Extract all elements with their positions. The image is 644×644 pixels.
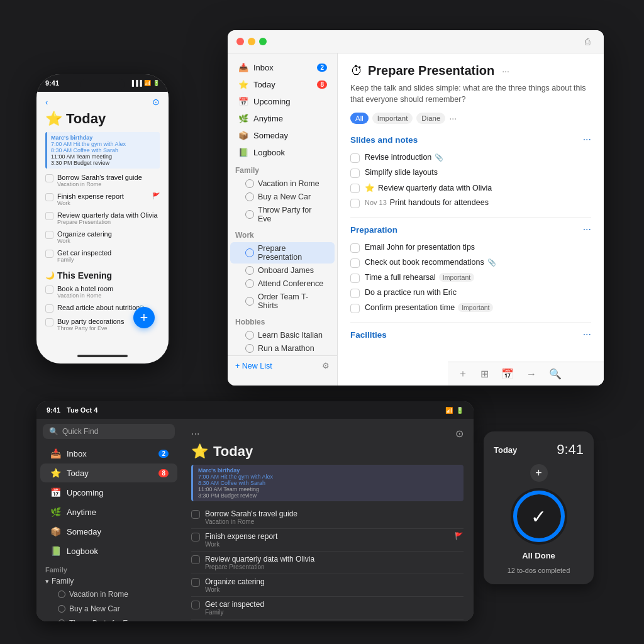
battery-icon: 🔋 (153, 80, 160, 86)
sidebar-item-inbox[interactable]: 📥 Inbox 2 (230, 59, 335, 75)
todo-text: Revise introduction 📎 (365, 153, 443, 162)
sidebar-item-logbook[interactable]: 📗 Logbook (230, 144, 335, 160)
sidebar-item-vacation-rome[interactable]: Vacation in Rome (230, 177, 335, 190)
todo-text: ⭐ Review quarterly data with Olivia (365, 183, 492, 192)
todo-checkbox[interactable] (350, 304, 360, 313)
sidebar-item-throw-party[interactable]: Throw Party for Eve (230, 204, 335, 225)
todo-checkbox[interactable] (191, 533, 200, 541)
iphone-add-button[interactable]: + (133, 307, 155, 328)
upcoming-icon: 📅 (49, 486, 62, 499)
sidebar-item-anytime-label: Anytime (253, 114, 283, 123)
filter-icon[interactable]: ⚙ (322, 361, 330, 370)
todo-checkbox[interactable] (350, 258, 360, 268)
todo-checkbox[interactable] (45, 318, 53, 326)
sidebar-item-attend-conference[interactable]: Attend Conference (230, 277, 335, 290)
hobbies-section-header: Hobbies (228, 313, 337, 328)
todo-checkbox[interactable] (45, 250, 53, 258)
close-button[interactable] (236, 38, 244, 45)
sidebar-item-upcoming[interactable]: 📅 Upcoming (230, 93, 335, 109)
important-badge: Important (458, 303, 493, 312)
todo-checkbox[interactable] (45, 231, 53, 239)
preparation-section-more[interactable]: ··· (583, 224, 591, 235)
todo-checkbox[interactable] (45, 286, 53, 294)
minimize-button[interactable] (248, 38, 255, 45)
todo-checkbox[interactable] (45, 304, 53, 313)
tag-all[interactable]: All (350, 113, 369, 124)
todo-checkbox[interactable] (191, 510, 200, 519)
arrow-icon[interactable]: → (526, 369, 536, 380)
todo-confirm-time: Confirm presentation time Important (350, 301, 591, 316)
tag-diane[interactable]: Diane (416, 113, 445, 124)
widget-all-done-label: All Done (522, 551, 555, 560)
family-section-header: Family (228, 161, 337, 177)
maximize-button[interactable] (259, 38, 267, 45)
anytime-icon: 🌿 (238, 113, 249, 124)
window-controls (236, 38, 267, 45)
slides-section-more[interactable]: ··· (583, 134, 591, 145)
sidebar-item-today[interactable]: ⭐ Today 8 (230, 76, 335, 92)
sidebar-item-anytime[interactable]: 🌿 Anytime (230, 110, 335, 126)
important-badge: Important (439, 273, 474, 282)
sidebar-item-italian[interactable]: Learn Basic Italian (230, 329, 335, 341)
detail-more-button[interactable]: ··· (502, 66, 509, 76)
note-icon: 📎 (435, 153, 443, 162)
flag-icon: 🚩 (455, 532, 464, 540)
todo-review-quarterly: ⭐ Review quarterly data with Olivia (350, 180, 591, 196)
iphone-nav-icon[interactable]: ⊙ (152, 97, 160, 107)
widget-add-button[interactable]: + (530, 464, 548, 482)
tag-important[interactable]: Important (372, 113, 413, 124)
todo-checkbox[interactable] (350, 153, 360, 163)
add-icon[interactable]: ＋ (458, 367, 468, 380)
todo-checkbox[interactable] (45, 212, 53, 220)
ipad-sidebar-logbook[interactable]: 📗 Logbook (40, 541, 177, 560)
ipad-throw-party[interactable]: Throw Party for Eve (40, 616, 177, 621)
ipad-sidebar-today[interactable]: ⭐ Today 8 (40, 464, 177, 482)
sidebar-item-someday[interactable]: 📦 Someday (230, 127, 335, 143)
sidebar-item-buy-car[interactable]: Buy a New Car (230, 191, 335, 203)
todo-checkbox[interactable] (350, 199, 360, 208)
ipad-search-bar[interactable]: 🔍 Quick Find (43, 424, 175, 439)
facilities-section-more[interactable]: ··· (583, 329, 591, 340)
checklist-icon[interactable]: ⊞ (480, 368, 489, 380)
detail-title-row: ⏱ Prepare Presentation ··· (350, 64, 591, 78)
todo-checkbox[interactable] (191, 601, 200, 609)
todo-checkbox[interactable] (350, 184, 360, 193)
todo-text: Time a full rehearsal Important (365, 273, 474, 282)
calendar-icon[interactable]: 📅 (501, 368, 514, 380)
tag-more-icon[interactable]: ··· (449, 113, 457, 123)
todo-checkbox[interactable] (45, 193, 53, 201)
today-widget: Today 9:41 + ✓ All Done 12 to-dos comple… (484, 431, 594, 584)
star-icon: ⭐ (365, 183, 375, 192)
todo-checkbox[interactable] (350, 274, 360, 283)
ipad-sidebar-anytime[interactable]: 🌿 Anytime (40, 502, 177, 521)
ipad-todo-expense: Finish expense reportWork 🚩 (191, 529, 464, 552)
todo-checkbox[interactable] (45, 174, 53, 182)
today-badge: 8 (317, 80, 327, 89)
sidebar-footer[interactable]: + New List ⚙ (228, 355, 337, 375)
todo-checkbox[interactable] (350, 169, 360, 178)
share-icon[interactable]: ⎙ (585, 36, 595, 47)
todo-checkbox[interactable] (191, 555, 200, 564)
checkmark-icon: ✓ (531, 506, 547, 528)
ipad-family-expand[interactable]: ▾Family (36, 575, 181, 587)
preparation-section-title: Preparation (350, 225, 397, 235)
sidebar-item-onboard-james[interactable]: Onboard James (230, 264, 335, 277)
sidebar-item-order-shirts[interactable]: Order Team T-Shirts (230, 291, 335, 312)
todo-checkbox[interactable] (191, 578, 200, 587)
ipad-buy-car[interactable]: Buy a New Car (40, 602, 177, 616)
ipad-sidebar-inbox[interactable]: 📥 Inbox 2 (40, 444, 177, 463)
more-icon[interactable]: ··· (191, 428, 199, 440)
ipad-sidebar-upcoming[interactable]: 📅 Upcoming (40, 483, 177, 502)
check-circle-icon[interactable]: ⊙ (455, 428, 464, 440)
sidebar-item-marathon[interactable]: Run a Marathon (230, 342, 335, 355)
ipad-evening-section: 🌙 This Evening (191, 619, 464, 621)
todo-checkbox[interactable] (350, 289, 360, 298)
search-icon[interactable]: 🔍 (549, 368, 562, 380)
ipad-sidebar-someday[interactable]: 📦 Someday (40, 522, 177, 541)
inbox-badge: 2 (317, 64, 327, 72)
ipad-vacation-rome[interactable]: Vacation in Rome (40, 587, 177, 601)
sidebar-item-prepare-presentation[interactable]: Prepare Presentation (230, 242, 335, 264)
todo-checkbox[interactable] (350, 243, 360, 253)
iphone-back-button[interactable]: ‹ (45, 97, 48, 107)
ipad-status-right: 📶 🔋 (445, 407, 464, 414)
